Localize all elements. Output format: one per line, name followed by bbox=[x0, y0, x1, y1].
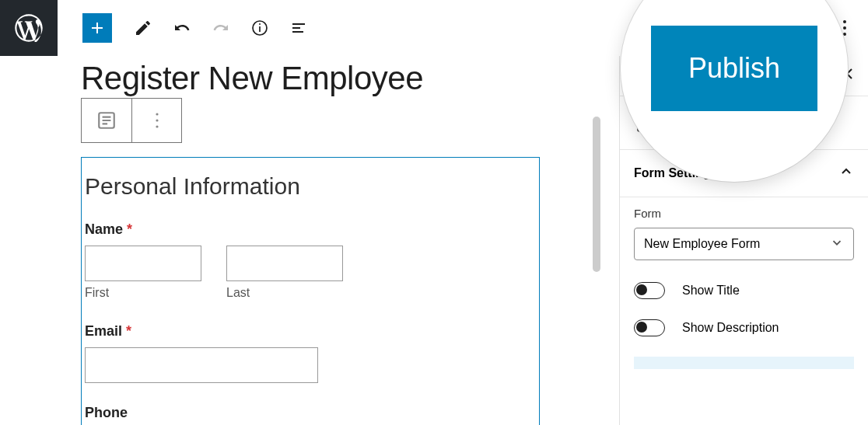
chevron-up-icon bbox=[838, 164, 854, 183]
kebab-icon bbox=[842, 19, 847, 37]
outline-button[interactable] bbox=[283, 12, 314, 44]
scrollbar-thumb[interactable] bbox=[593, 117, 600, 272]
wordpress-logo[interactable] bbox=[0, 0, 58, 56]
last-name-sublabel: Last bbox=[226, 286, 343, 300]
name-field-label: Name * bbox=[85, 221, 536, 238]
svg-point-7 bbox=[156, 113, 158, 116]
info-button[interactable] bbox=[244, 12, 275, 44]
chevron-down-icon bbox=[830, 235, 844, 253]
undo-icon bbox=[173, 19, 191, 37]
email-input[interactable] bbox=[85, 347, 318, 383]
first-name-input[interactable] bbox=[85, 246, 201, 281]
block-more-button[interactable] bbox=[131, 99, 181, 142]
list-icon bbox=[289, 19, 308, 37]
plus-icon bbox=[88, 19, 107, 37]
svg-point-2 bbox=[259, 23, 261, 25]
wordpress-icon bbox=[15, 14, 43, 42]
form-block-icon bbox=[96, 110, 117, 131]
phone-field-label: Phone bbox=[85, 405, 536, 421]
email-field-label: Email * bbox=[85, 323, 536, 340]
required-mark: * bbox=[126, 323, 131, 339]
form-section-title: Personal Information bbox=[85, 173, 536, 200]
post-title[interactable]: Register New Employee bbox=[81, 61, 540, 96]
first-name-sublabel: First bbox=[85, 286, 201, 300]
kebab-icon bbox=[155, 112, 159, 129]
editor-canvas: Register New Employee Personal Informati… bbox=[0, 56, 607, 425]
show-description-toggle[interactable] bbox=[634, 319, 665, 336]
publish-button[interactable]: Publish bbox=[651, 26, 817, 111]
form-block[interactable]: Personal Information Name * First Last bbox=[81, 157, 540, 425]
form-settings-panel: Form New Employee Form Show Title Show D… bbox=[620, 197, 868, 388]
last-name-input[interactable] bbox=[226, 246, 343, 281]
redo-button[interactable] bbox=[205, 12, 236, 44]
block-toolbar bbox=[81, 98, 182, 143]
redo-icon bbox=[212, 19, 230, 37]
form-select-label: Form bbox=[634, 207, 854, 220]
svg-point-8 bbox=[156, 120, 158, 122]
svg-point-4 bbox=[843, 26, 846, 30]
svg-point-9 bbox=[156, 126, 158, 128]
info-icon bbox=[250, 19, 269, 37]
svg-point-3 bbox=[843, 20, 846, 23]
block-type-button[interactable] bbox=[82, 99, 131, 142]
info-notice bbox=[634, 357, 854, 369]
show-title-toggle[interactable] bbox=[634, 282, 665, 299]
pencil-icon bbox=[134, 19, 152, 37]
edit-mode-button[interactable] bbox=[128, 12, 159, 44]
form-select[interactable]: New Employee Form bbox=[634, 228, 854, 260]
add-block-button[interactable] bbox=[82, 13, 112, 43]
show-title-label: Show Title bbox=[682, 284, 740, 298]
show-description-label: Show Description bbox=[682, 321, 779, 335]
undo-button[interactable] bbox=[166, 12, 198, 44]
required-mark: * bbox=[127, 221, 132, 237]
svg-point-5 bbox=[843, 33, 846, 36]
